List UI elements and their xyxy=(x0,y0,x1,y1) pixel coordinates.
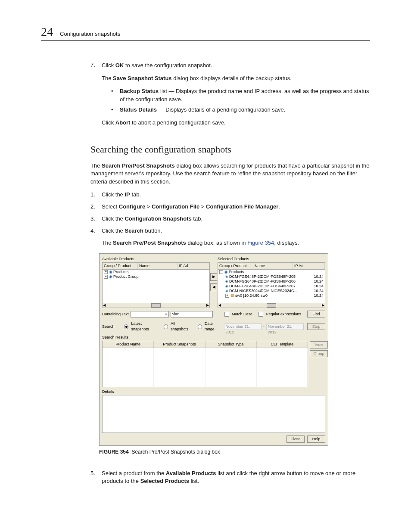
move-right-button[interactable]: ▶ xyxy=(210,273,217,281)
containing-text-select[interactable] xyxy=(131,311,169,317)
search-label: Search xyxy=(102,324,115,330)
device-icon: ◈ xyxy=(225,279,228,283)
results-table[interactable] xyxy=(102,348,308,387)
section-heading: Searching the configuration snaphots xyxy=(90,144,370,155)
device-icon: ◈ xyxy=(225,284,228,288)
date-from-picker[interactable]: November 21, 2012 xyxy=(224,324,262,330)
search-results-label: Search Results xyxy=(102,335,325,340)
stop-button[interactable]: Stop xyxy=(307,323,325,330)
expand-icon[interactable]: + xyxy=(225,294,229,298)
paragraph: The Search Pre/Post Snapshots dialog box… xyxy=(90,162,370,186)
device-icon: ◈ xyxy=(225,274,228,279)
switch-icon: ▦ xyxy=(230,293,234,298)
find-button[interactable]: Find xyxy=(307,311,325,318)
date-range-radio[interactable] xyxy=(198,324,202,329)
move-left-button[interactable]: ◀ xyxy=(210,283,217,291)
bullet-item: • Backup Status list — Displays the prod… xyxy=(111,87,370,103)
expand-icon[interactable]: + xyxy=(104,270,108,274)
view-button[interactable]: View xyxy=(310,341,328,348)
match-case-checkbox[interactable] xyxy=(224,312,229,317)
device-icon: ◈ xyxy=(225,289,228,293)
group-button[interactable]: Group xyxy=(310,350,328,358)
page-header: 24 Configuration snapshots xyxy=(41,25,370,41)
figure-caption: FIGURE 354 Search Pre/Post Snapshots dia… xyxy=(99,448,370,456)
chapter-number: 24 xyxy=(41,25,53,39)
search-text-input[interactable]: vlan xyxy=(171,311,213,317)
regex-checkbox[interactable] xyxy=(258,312,263,317)
date-to-picker[interactable]: November 21, 2012 xyxy=(266,324,304,330)
bullet-item: • Status Details — Displays details of a… xyxy=(111,106,370,114)
close-button[interactable]: Close xyxy=(286,436,305,443)
table-header: Group / Product Name IP Ad xyxy=(218,262,325,270)
selected-products-panel: Selected Products Group / Product Name I… xyxy=(218,256,325,308)
expand-icon[interactable]: + xyxy=(104,275,108,279)
bullet-icon: • xyxy=(111,87,115,103)
scrollbar[interactable]: ◀▶ xyxy=(218,303,325,308)
bullet-icon: • xyxy=(111,106,115,114)
list-item: 3. Click the Configuration Snapshots tab… xyxy=(90,215,370,223)
chapter-title: Configuration snapshots xyxy=(60,31,120,37)
paragraph: The Save Snapshot Status dialog box disp… xyxy=(102,75,370,82)
details-panel xyxy=(102,395,325,433)
tree-view[interactable]: –◉Products ◈DCM-FGS648P-205 [1(DCM-FGS64… xyxy=(218,270,325,308)
list-item: 4. Click the Search button. The Search P… xyxy=(90,227,370,465)
globe-icon: ◉ xyxy=(109,270,112,274)
results-header: Product Name Product Snapshots Snapshot … xyxy=(102,341,308,348)
list-item: 7. Click OK to save the configuration sn… xyxy=(90,62,370,132)
all-snapshots-radio[interactable] xyxy=(164,324,168,329)
paragraph: Click OK to save the configuration snaps… xyxy=(102,62,370,69)
paragraph: Click Abort to abort a pending configura… xyxy=(102,119,370,127)
list-item: 5. Select a product from the Available P… xyxy=(90,470,370,485)
table-header: Group / Product Name IP Ad xyxy=(102,262,210,270)
step-number: 7. xyxy=(90,62,97,132)
containing-text-label: Containing Text xyxy=(102,311,129,317)
help-button[interactable]: Help xyxy=(307,436,325,443)
globe-icon: ◉ xyxy=(109,274,112,279)
available-products-panel: Available Products Group / Product Name … xyxy=(102,256,210,308)
list-item: 2. Select Configure > Configuration File… xyxy=(90,203,370,211)
tree-view[interactable]: +◉Products +◉Product Groups ◀▶ xyxy=(102,270,210,308)
dialog-screenshot: Available Products Group / Product Name … xyxy=(99,253,328,446)
list-item: 1. Click the IP tab. xyxy=(90,191,370,199)
scrollbar[interactable]: ◀▶ xyxy=(103,303,209,308)
figure-link[interactable]: Figure 354 xyxy=(247,240,274,246)
details-label: Details xyxy=(102,389,325,395)
collapse-icon[interactable]: – xyxy=(219,270,223,274)
latest-snapshots-radio[interactable] xyxy=(124,324,128,329)
globe-icon: ◉ xyxy=(224,270,228,274)
